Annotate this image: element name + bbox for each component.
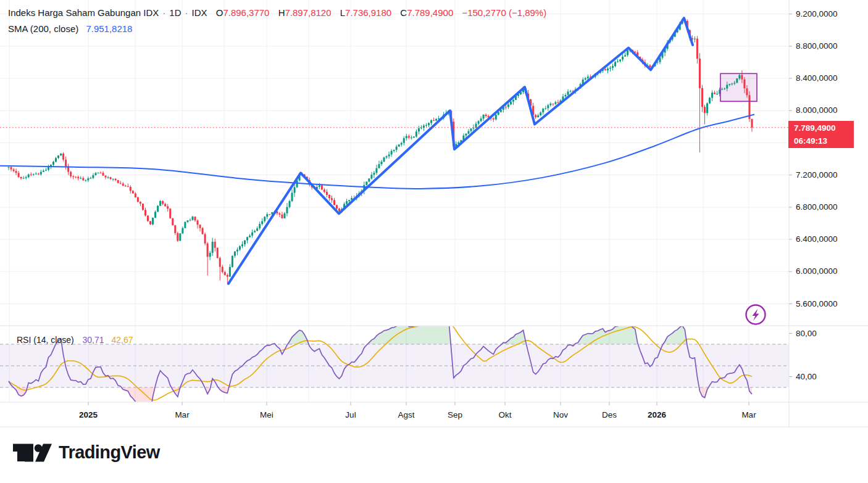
open-label: O [216, 7, 223, 18]
rsi-tick-label: 40,00 [796, 372, 817, 381]
time-tick-label: Nov [553, 410, 568, 419]
sma-legend-row: SMA (200, close) 7.951,8218 [8, 23, 132, 35]
price-tick-label: 8.800,0000 [796, 41, 838, 51]
price-tick-label: 9.200,0000 [796, 9, 838, 19]
time-tick-label: Mei [260, 410, 273, 419]
price-tick-label: 8.000,0000 [796, 105, 838, 115]
time-tick-label: 2026 [648, 410, 666, 419]
rsi-value: 30,71 [82, 335, 104, 345]
last-price-tag[interactable]: 7.789,4900 06:49:13 [788, 121, 854, 148]
rsi-legend-row: RSI (14, close) 30,71 42,67 [17, 335, 133, 345]
sma-legend-title[interactable]: SMA (200, close) [8, 23, 78, 34]
price-tick-label: 8.400,0000 [796, 73, 838, 83]
time-tick-label: Agst [398, 410, 414, 419]
tradingview-chart-window: Indeks Harga Saham Gabungan IDX·1D·IDX O… [0, 0, 868, 483]
time-tick-label: Okt [498, 410, 511, 419]
tradingview-logo[interactable]: TradingView [12, 442, 160, 463]
low-value: 7.736,9180 [345, 7, 391, 18]
tradingview-logo-text: TradingView [59, 442, 160, 463]
separator-dot: · [162, 7, 165, 18]
time-tick-label: Mar [741, 410, 756, 419]
low-label: L [340, 7, 345, 18]
time-tick-label: Sep [448, 410, 462, 419]
price-tick-label: 6.400,0000 [796, 234, 838, 244]
price-tick-label: 5.600,0000 [796, 299, 838, 308]
tradingview-logo-mark [12, 443, 53, 463]
high-value: 7.897,8120 [285, 7, 331, 18]
separator-dot: · [185, 7, 188, 18]
time-tick-label: Jul [345, 410, 356, 419]
exchange-name: IDX [192, 7, 207, 18]
rsi-ma-value: 42,67 [111, 335, 133, 345]
price-tick-label: 6.000,0000 [796, 266, 838, 276]
open-value: 7.896,3770 [223, 7, 269, 18]
last-price-value: 7.789,4900 [794, 122, 854, 134]
rsi-legend-title[interactable]: RSI (14, close) [17, 335, 74, 345]
time-tick-label: Mar [175, 410, 189, 419]
rsi-tick-label: 80,00 [796, 329, 817, 338]
timeframe-value[interactable]: 1D [169, 7, 181, 18]
bar-countdown: 06:49:13 [794, 134, 854, 147]
time-tick-label: Des [602, 410, 617, 419]
price-tick-label: 6.800,0000 [796, 202, 838, 212]
close-label: C [400, 7, 407, 18]
symbol-title[interactable]: Indeks Harga Saham Gabungan IDX [8, 7, 159, 18]
sma-value: 7.951,8218 [86, 23, 132, 34]
time-tick-label: 2025 [79, 410, 98, 419]
lightning-events-button[interactable] [746, 305, 766, 324]
change-value: −150,2770 (−1,89%) [462, 7, 546, 18]
high-label: H [278, 7, 285, 18]
symbol-legend-row: Indeks Harga Saham Gabungan IDX·1D·IDX O… [8, 7, 546, 19]
rsi-oversold-fill [14, 387, 752, 412]
close-value: 7.789,4900 [407, 7, 453, 18]
chart-canvas[interactable] [0, 0, 868, 483]
price-tick-label: 7.200,0000 [796, 170, 838, 180]
